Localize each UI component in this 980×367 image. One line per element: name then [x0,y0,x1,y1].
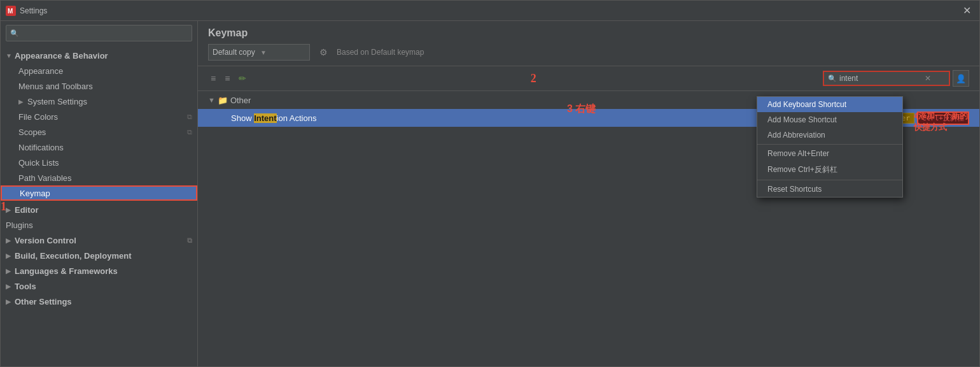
content-panel: Keymap Default copy ▼ ⚙ Based on Default… [198,21,979,366]
sidebar-item-label: Scopes [18,127,46,137]
sidebar-item-plugins[interactable]: Plugins [1,217,197,233]
annotation-2: 2 [531,72,536,85]
settings-window: M Settings ✕ 🔍 ▼ Appearance & Behavior A… [0,0,980,367]
expand-arrow-appearance-behavior: ▼ [6,52,13,59]
expand-arrow-languages: ▶ [6,268,13,275]
toolbar-row: ≡ ≡ ✏ 2 🔍 ✕ 👤 [198,66,979,91]
ctx-remove-alt-enter[interactable]: Remove Alt+Enter [757,146,902,161]
sidebar-item-label: Notifications [18,143,64,152]
ctx-label: Reset Shortcuts [767,185,822,194]
content-header: Keymap Default copy ▼ ⚙ Based on Default… [198,21,979,66]
annotation-1: 1 [1,200,6,213]
annotation-4-label: 4添加一个新的 快捷方式 [914,110,968,133]
sidebar-item-menus-toolbars[interactable]: Menus and Toolbars [1,78,197,94]
keymap-dropdown[interactable]: Default copy ▼ [208,44,310,61]
group-expand-arrow: ▼ [208,96,215,104]
sidebar-item-label: Menus and Toolbars [18,82,93,91]
sidebar-item-path-variables[interactable]: Path Variables [1,170,197,185]
sidebar-item-appearance[interactable]: Appearance [1,63,197,78]
sidebar-search-input[interactable] [22,29,188,38]
copy-icon: ⧉ [187,113,192,121]
sidebar-item-notifications[interactable]: Notifications [1,140,197,155]
ctx-reset-shortcuts[interactable]: Reset Shortcuts [757,182,902,197]
svg-text:M: M [8,8,13,15]
sidebar-item-keymap[interactable]: Keymap 1 [1,185,197,201]
keymap-name: Default copy [213,48,258,57]
person-icon-button[interactable]: 👤 [953,70,969,87]
search-right: 🔍 ✕ 👤 [823,70,969,87]
copy-icon: ⧉ [187,128,192,136]
collapse-all-icon: ≡ [225,73,230,83]
ctx-label: Add Keyboard Shortcut [767,100,846,109]
expand-arrow-system-settings: ▶ [18,98,26,105]
sidebar-item-other-settings[interactable]: ▶ Other Settings [1,294,197,309]
search-clear-icon[interactable]: ✕ [925,74,931,83]
sidebar-item-version-control[interactable]: ▶ Version Control ⧉ [1,233,197,248]
dropdown-arrow-icon: ▼ [260,49,305,56]
sidebar-item-label: Tools [15,282,36,291]
expand-all-icon: ≡ [211,73,216,83]
sidebar-item-label: File Colors [18,112,58,122]
keymap-tree: ▼ 📁 Other Show Intention Actions Alt+Ent… [198,91,979,366]
ctx-divider-2 [757,180,902,180]
copy-icon: ⧉ [187,236,192,245]
sidebar-item-label: Keymap [20,189,50,198]
sidebar-item-label: Appearance [18,66,63,76]
action-highlight: Intent [254,113,276,123]
app-icon: M [6,6,16,16]
sidebar-item-label: Plugins [6,220,33,230]
ctx-add-keyboard-shortcut[interactable]: Add Keyboard Shortcut [757,97,902,112]
ctx-remove-ctrl-backslash[interactable]: Remove Ctrl+反斜杠 [757,161,902,178]
sidebar-item-languages-frameworks[interactable]: ▶ Languages & Frameworks [1,263,197,278]
sidebar-item-scopes[interactable]: Scopes ⧉ [1,124,197,140]
expand-arrow-editor: ▶ [6,206,13,213]
keymap-search-input[interactable] [839,74,922,83]
sidebar-item-label: Editor [15,205,39,215]
action-label-suffix: ion Actions [277,113,317,123]
sidebar-search-container[interactable]: 🔍 [6,25,192,41]
context-menu: Add Keyboard Shortcut Add Mouse Shortcut… [757,96,903,198]
edit-icon: ✏ [239,73,246,83]
page-title: Keymap [208,27,969,39]
ctx-add-abbreviation[interactable]: Add Abbreviation [757,127,902,143]
expand-arrow-tools: ▶ [6,283,13,290]
ctx-label: Add Mouse Shortcut [767,115,837,124]
ctx-divider-1 [757,144,902,145]
folder-icon: 📁 [218,96,228,105]
window-title: Settings [20,6,959,15]
action-label-prefix: Show [231,113,254,123]
sidebar-item-label: Version Control [15,236,76,245]
sidebar-item-build-execution[interactable]: ▶ Build, Execution, Deployment [1,248,197,263]
sidebar-item-label: Quick Lists [18,158,59,168]
toolbar-btn-1[interactable]: ≡ [208,72,218,85]
sidebar-item-label: Languages & Frameworks [15,266,118,276]
sidebar-item-label: Other Settings [15,297,72,306]
sidebar-item-appearance-behavior[interactable]: ▼ Appearance & Behavior [1,48,197,63]
close-button[interactable]: ✕ [959,3,974,18]
sidebar-item-quick-lists[interactable]: Quick Lists [1,155,197,170]
ctx-label: Remove Alt+Enter [767,149,829,158]
keymap-gear-button[interactable]: ⚙ [315,44,332,61]
ctx-label: Add Abbreviation [767,131,825,140]
expand-arrow-build: ▶ [6,252,13,259]
sidebar-item-file-colors[interactable]: File Colors ⧉ [1,109,197,124]
toolbar-btn-edit[interactable]: ✏ [236,72,249,85]
toolbar-btn-2[interactable]: ≡ [222,72,232,85]
person-icon: 👤 [956,74,966,83]
search-input-icon: 🔍 [828,75,837,83]
titlebar: M Settings ✕ [1,1,979,21]
main-layout: 🔍 ▼ Appearance & Behavior Appearance Men… [1,21,979,366]
sidebar-tree: ▼ Appearance & Behavior Appearance Menus… [1,45,197,366]
search-box[interactable]: 🔍 ✕ [823,71,950,86]
ctx-add-mouse-shortcut[interactable]: Add Mouse Shortcut [757,112,902,127]
sidebar-item-label: Path Variables [18,173,72,183]
sidebar-item-label: System Settings [27,97,87,106]
sidebar-item-system-settings[interactable]: ▶ System Settings [1,94,197,109]
sidebar-item-tools[interactable]: ▶ Tools [1,278,197,294]
keymap-selector-row: Default copy ▼ ⚙ Based on Default keymap [208,44,969,61]
sidebar: 🔍 ▼ Appearance & Behavior Appearance Men… [1,21,198,366]
expand-arrow-version-control: ▶ [6,237,13,244]
search-icon: 🔍 [10,29,19,38]
sidebar-item-editor[interactable]: ▶ Editor [1,202,197,217]
ctx-label: Remove Ctrl+反斜杠 [767,165,837,174]
